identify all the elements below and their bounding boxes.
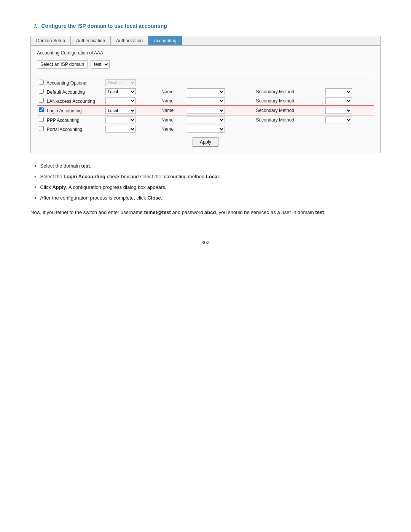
checkbox-cell-login-accounting: Login Accounting [37,106,104,115]
checkbox-accounting-optional[interactable] [39,80,44,85]
apply-row: Apply [37,137,374,147]
name-select-ppp-accounting[interactable] [187,117,225,123]
panel-subtitle: Accounting Configuration of AAA [37,50,374,56]
isp-domain-select[interactable]: test [91,60,110,69]
bullet-list: • Select the domain test. • Select the L… [34,162,381,203]
checkbox-ppp-accounting[interactable] [39,117,44,122]
table-row: Portal Accounting Name [37,125,374,134]
isp-domain-label: Select an ISP domain [37,60,88,69]
bullet-text-2: Select the Login Accounting check box an… [40,173,220,181]
bullet-icon: • [34,183,37,192]
name-select-cell-ppp-accounting [185,115,254,125]
table-row: LAN-access Accounting Name Secondary Met… [37,96,374,106]
bullet-icon: • [34,161,37,171]
label-login-accounting[interactable]: Login Accounting [39,108,82,113]
bullet-text-1: Select the domain test. [40,162,91,170]
checkbox-cell-ppp-accounting: PPP Accounting [37,115,104,125]
secondary-label-ppp-accounting: Secondary Method [254,115,323,125]
table-row-login-accounting: Login Accounting Local Name Secondary Me… [37,106,374,115]
accounting-table: Accounting Optional Disable [37,78,374,134]
label-default-accounting[interactable]: Default Accounting [39,89,85,95]
list-item: • Select the domain test. [34,162,381,171]
checkbox-lan-accounting[interactable] [39,98,44,103]
label-ppp-accounting[interactable]: PPP Accounting [39,118,80,123]
section-heading: Configure the ISP domain to use local ac… [41,23,167,29]
method-cell-portal-accounting [104,125,160,134]
apply-button[interactable]: Apply [193,137,218,147]
table-row: Accounting Optional Disable [37,78,374,87]
tab-accounting[interactable]: Accounting [148,36,182,45]
secondary-label-default-accounting: Secondary Method [254,87,323,96]
method-select-portal-accounting[interactable] [105,126,136,133]
secondary-select-cell-default-accounting [324,87,374,96]
checkbox-cell-lan-accounting: LAN-access Accounting [37,96,104,106]
list-item: • Click Apply. A configuration progress … [34,184,381,192]
checkbox-cell-accounting-optional: Accounting Optional [37,78,104,87]
list-item: • After the configuration process is com… [34,194,381,203]
name-label-portal-accounting: Name [160,125,185,134]
name-label-lan-accounting: Name [160,96,185,106]
method-select-lan-accounting[interactable] [105,97,136,104]
name-select-cell-lan-accounting [185,96,254,106]
name-select-cell-login-accounting [185,106,254,115]
secondary-select-default-accounting[interactable] [325,88,352,95]
secondary-select-cell-ppp-accounting [324,115,374,125]
method-cell-default-accounting: Local [104,87,160,96]
name-label-login-accounting: Name [160,106,185,115]
method-cell-lan-accounting [104,96,160,106]
method-cell-ppp-accounting [104,115,160,125]
label-accounting-optional[interactable]: Accounting Optional [39,80,88,86]
secondary-select-ppp-accounting[interactable] [325,117,352,123]
method-select-accounting-optional[interactable]: Disable [105,79,136,86]
tab-authorization[interactable]: Authorization [111,36,148,45]
checkbox-default-accounting[interactable] [39,89,44,94]
list-item: • Select the Login Accounting check box … [34,173,381,181]
summary-paragraph: Now, if you telnet to the switch and ent… [30,209,381,217]
name-label-default-accounting: Name [160,87,185,96]
config-panel: Domain Setup Authentication Authorizatio… [30,36,381,153]
table-row: Default Accounting Local Name Secondary … [37,87,374,96]
tab-authentication[interactable]: Authentication [71,36,111,45]
method-select-login-accounting[interactable]: Local [105,107,136,114]
section-title: f. Configure the ISP domain to use local… [30,23,381,29]
secondary-label-lan-accounting: Secondary Method [254,96,323,106]
secondary-label-login-accounting: Secondary Method [254,106,323,115]
label-portal-accounting[interactable]: Portal Accounting [39,127,83,132]
name-select-lan-accounting[interactable] [187,97,225,104]
secondary-select-lan-accounting[interactable] [325,97,352,104]
name-select-portal-accounting[interactable] [187,126,225,133]
divider [37,74,374,74]
name-select-cell-default-accounting [185,87,254,96]
table-row: PPP Accounting Name Secondary Method [37,115,374,125]
name-select-default-accounting[interactable] [187,88,225,95]
method-select-default-accounting[interactable]: Local [105,88,136,95]
bullet-text-3: Click Apply. A configuration progress di… [40,184,167,191]
tab-domain-setup[interactable]: Domain Setup [31,36,71,45]
label-lan-accounting[interactable]: LAN-access Accounting [39,99,95,104]
panel-body: Accounting Configuration of AAA Select a… [31,46,380,153]
isp-domain-row: Select an ISP domain test [37,60,374,69]
method-cell-login-accounting: Local [104,106,160,115]
checkbox-portal-accounting[interactable] [39,126,44,131]
name-select-cell-portal-accounting [185,125,254,134]
secondary-select-cell-lan-accounting [324,96,374,106]
bullet-text-4: After the configuration process is compl… [40,194,162,202]
name-select-login-accounting[interactable] [187,107,225,114]
page-number: 362 [30,240,381,245]
tab-bar: Domain Setup Authentication Authorizatio… [31,36,380,46]
secondary-select-cell-login-accounting [324,106,374,115]
method-select-ppp-accounting[interactable] [105,117,136,123]
checkbox-cell-portal-accounting: Portal Accounting [37,125,104,134]
name-label-ppp-accounting: Name [160,115,185,125]
bullet-icon: • [34,172,37,181]
section-letter: f. [34,23,38,29]
checkbox-login-accounting[interactable] [39,107,44,112]
method-cell-accounting-optional: Disable [104,78,160,87]
secondary-select-login-accounting[interactable] [325,107,352,114]
bullet-icon: • [34,193,37,203]
checkbox-cell-default-accounting: Default Accounting [37,87,104,96]
